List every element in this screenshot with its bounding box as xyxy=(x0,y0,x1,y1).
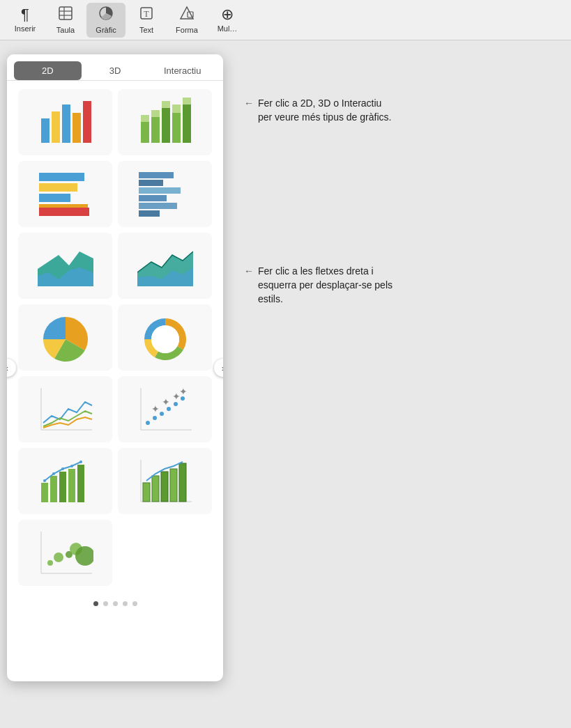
pie-chart xyxy=(38,313,93,363)
chart-cell-stacked-bar-green[interactable] xyxy=(118,89,212,155)
svg-rect-55 xyxy=(50,476,57,502)
chart-cell-pie[interactable] xyxy=(18,304,112,371)
svg-rect-22 xyxy=(183,98,191,104)
svg-text:✦: ✦ xyxy=(162,396,170,408)
svg-rect-29 xyxy=(139,172,174,178)
bar-color-chart xyxy=(38,98,93,148)
svg-point-60 xyxy=(52,472,55,475)
svg-rect-12 xyxy=(83,101,91,143)
svg-point-73 xyxy=(47,560,53,566)
tab-2d[interactable]: 2D xyxy=(14,61,82,80)
bubble-chart xyxy=(38,528,93,578)
callout-bottom: ← Fer clic a les fletxes dreta i esquerr… xyxy=(244,264,397,307)
tabs-bar: 2D 3D Interactiu xyxy=(7,54,223,81)
svg-point-63 xyxy=(79,460,82,463)
svg-rect-9 xyxy=(52,111,60,143)
area-outline-chart xyxy=(137,241,193,291)
stacked-bar-green-chart xyxy=(137,98,193,148)
svg-point-59 xyxy=(43,479,46,482)
svg-rect-10 xyxy=(62,104,70,143)
dot-1[interactable] xyxy=(93,601,98,606)
svg-rect-21 xyxy=(183,104,191,143)
svg-point-45 xyxy=(153,416,157,420)
svg-rect-69 xyxy=(170,469,177,502)
forma-label: Forma xyxy=(176,26,198,34)
svg-rect-19 xyxy=(172,113,181,143)
svg-rect-15 xyxy=(151,117,160,143)
svg-rect-24 xyxy=(39,183,77,192)
chart-cell-hbar-bluegray[interactable] xyxy=(118,161,212,227)
svg-rect-54 xyxy=(41,483,48,502)
toolbar-item-inserir[interactable]: ¶ Inserir xyxy=(6,3,45,38)
tab-interactiu[interactable]: Interactiu xyxy=(149,61,216,80)
dot-5[interactable] xyxy=(132,601,137,606)
svg-point-74 xyxy=(54,552,63,562)
chart-grid: ✦ ✦ ✦ ✦ xyxy=(7,81,223,594)
callout-top-text: Fer clic a 2D, 3D o Interactiu per veure… xyxy=(258,96,397,125)
tab-3d[interactable]: 3D xyxy=(82,61,149,80)
svg-rect-14 xyxy=(141,115,149,122)
svg-point-46 xyxy=(160,412,164,416)
grafic-label: Gràfic xyxy=(96,26,116,34)
taula-label: Taula xyxy=(56,26,75,34)
toolbar-item-multi[interactable]: ⊕ Mul… xyxy=(208,3,247,38)
chart-cell-bar-border[interactable] xyxy=(118,448,212,514)
svg-rect-34 xyxy=(139,210,160,217)
svg-rect-8 xyxy=(41,118,50,143)
svg-rect-18 xyxy=(162,101,170,108)
svg-point-48 xyxy=(174,402,178,406)
svg-point-44 xyxy=(146,421,150,425)
svg-rect-33 xyxy=(139,203,177,209)
svg-rect-32 xyxy=(139,195,167,201)
pagination-dots xyxy=(7,594,223,616)
chart-cell-mixed[interactable] xyxy=(18,448,112,514)
dot-3[interactable] xyxy=(113,601,118,606)
chart-cell-scatter[interactable]: ✦ ✦ ✦ ✦ xyxy=(118,376,212,442)
dot-4[interactable] xyxy=(123,601,128,606)
callout-bottom-arrow-icon: ← xyxy=(244,265,254,277)
callout-top: ← Fer clic a 2D, 3D o Interactiu per veu… xyxy=(244,96,397,125)
inserir-icon: ¶ xyxy=(21,7,29,22)
svg-rect-58 xyxy=(77,465,84,502)
donut-chart xyxy=(137,313,193,363)
svg-rect-20 xyxy=(172,104,181,113)
svg-point-61 xyxy=(61,467,64,470)
chart-cell-bubble[interactable] xyxy=(18,520,112,586)
area-teal-chart xyxy=(38,241,93,291)
taula-icon xyxy=(58,6,73,24)
chart-cell-bar-color[interactable] xyxy=(18,89,112,155)
multi-label: Mul… xyxy=(218,24,238,33)
toolbar-item-forma[interactable]: Forma xyxy=(167,3,206,38)
toolbar-item-text[interactable]: T Text xyxy=(127,3,166,38)
toolbar-item-taula[interactable]: Taula xyxy=(46,3,85,38)
chart-cell-area-teal[interactable] xyxy=(18,233,112,299)
chart-cell-hbar-color[interactable] xyxy=(18,161,112,227)
svg-rect-16 xyxy=(151,110,160,117)
svg-rect-57 xyxy=(68,469,75,502)
callout-bottom-text: Fer clic a les fletxes dreta i esquerra … xyxy=(258,264,397,307)
dot-2[interactable] xyxy=(103,601,108,606)
hbar-color-chart xyxy=(38,169,93,219)
chart-cell-line[interactable] xyxy=(18,376,112,442)
svg-rect-30 xyxy=(139,180,163,186)
svg-rect-13 xyxy=(141,122,149,143)
chart-cell-area-outline[interactable] xyxy=(118,233,212,299)
svg-rect-66 xyxy=(143,483,150,502)
toolbar: ¶ Inserir Taula Gràfic T Text Forma ⊕ Mu… xyxy=(0,0,571,40)
svg-point-39 xyxy=(151,325,179,353)
svg-rect-68 xyxy=(161,472,168,502)
text-label: Text xyxy=(139,26,153,34)
svg-text:T: T xyxy=(144,9,149,19)
text-icon: T xyxy=(139,6,154,24)
svg-rect-70 xyxy=(179,463,186,502)
line-chart xyxy=(38,385,93,435)
svg-text:✦: ✦ xyxy=(179,386,188,397)
mixed-chart xyxy=(38,456,93,506)
svg-rect-67 xyxy=(152,476,159,502)
hbar-bluegray-chart xyxy=(137,169,193,219)
chart-cell-donut[interactable] xyxy=(118,304,212,371)
left-arrow-icon: ‹ xyxy=(7,363,8,373)
toolbar-item-grafic[interactable]: Gràfic xyxy=(86,3,125,38)
multi-icon: ⊕ xyxy=(221,7,234,22)
svg-rect-11 xyxy=(73,113,81,143)
